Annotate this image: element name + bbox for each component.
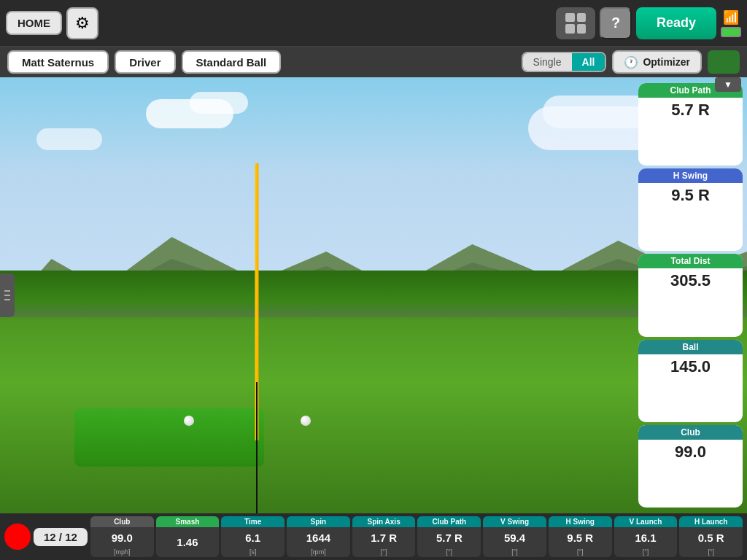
bottom-stat-smash: Smash 1.46: [156, 516, 220, 557]
ball-label: Ball: [638, 340, 743, 354]
stat-columns: Club 99.0 [mph] Smash 1.46 Time 6.1 [s] …: [90, 516, 743, 557]
top-bar: HOME ⚙ ? Ready 📶: [0, 0, 747, 47]
ball-button[interactable]: Standard Ball: [182, 50, 282, 74]
stat-col-value-1: 1.46: [177, 527, 198, 557]
golf-ball-right: [301, 416, 311, 426]
status-icons: 📶: [721, 9, 741, 37]
stat-col-header-8: V Launch: [614, 516, 678, 527]
bottom-bar: 12 / 12 Club 99.0 [mph] Smash 1.46 Time …: [0, 513, 747, 560]
stat-col-header-5: Club Path: [417, 516, 481, 527]
help-button[interactable]: ?: [600, 7, 632, 39]
view-mode-button[interactable]: [708, 50, 740, 74]
stat-col-unit-0: [mph]: [114, 548, 131, 557]
bottom-stat-spin-axis: Spin Axis 1.7 R [°]: [352, 516, 416, 557]
stat-col-value-5: 5.7 R: [436, 527, 462, 548]
single-all-toggle: Single All: [522, 52, 607, 72]
stat-col-value-9: 0.5 R: [698, 527, 724, 548]
stat-col-header-0: Club: [90, 516, 154, 527]
stat-col-value-8: 16.1: [635, 527, 656, 548]
stat-col-unit-7: [°]: [577, 548, 584, 557]
stat-col-header-1: Smash: [156, 516, 220, 527]
toggle-all-button[interactable]: All: [572, 53, 605, 71]
stat-col-value-4: 1.7 R: [371, 527, 397, 548]
speedometer-icon: 🕐: [624, 55, 638, 69]
stat-col-unit-5: [°]: [446, 548, 453, 557]
dropdown-arrow-button[interactable]: ▼: [715, 77, 741, 92]
stat-col-unit-2: [s]: [249, 548, 257, 557]
side-handle-icon: [4, 290, 10, 300]
toggle-single-button[interactable]: Single: [523, 53, 572, 71]
gear-icon: ⚙: [75, 14, 90, 33]
club-button[interactable]: Driver: [115, 50, 175, 74]
ball-card: Ball 145.0: [638, 340, 743, 422]
stat-col-value-6: 59.4: [504, 527, 525, 548]
total-dist-card: Total Dist 305.5: [638, 254, 743, 336]
club-path-card: Club Path 5.7 R: [638, 83, 743, 166]
bottom-stat-v-swing: V Swing 59.4 [°]: [483, 516, 546, 557]
stat-col-unit-8: [°]: [643, 548, 649, 557]
bottom-stat-h-swing: H Swing 9.5 R [°]: [549, 516, 612, 557]
side-handle[interactable]: [0, 273, 15, 317]
stat-col-unit-6: [°]: [511, 548, 518, 557]
stat-col-unit-9: [°]: [708, 548, 714, 557]
h-swing-label: H Swing: [638, 168, 743, 183]
ball-value: 145.0: [638, 354, 743, 379]
dropdown-arrow-container: ▼: [715, 77, 741, 92]
stat-col-value-2: 6.1: [245, 527, 260, 548]
bottom-stat-club: Club 99.0 [mph]: [90, 516, 154, 557]
shot-counter[interactable]: 12 / 12: [34, 528, 88, 546]
bottom-stat-h-launch: H Launch 0.5 R [°]: [679, 516, 743, 557]
stat-col-header-2: Time: [221, 516, 285, 527]
cloud-5: [36, 128, 102, 150]
stat-col-value-7: 9.5 R: [567, 527, 593, 548]
bottom-stat-v-launch: V Launch 16.1 [°]: [614, 516, 678, 557]
tee-mat: [74, 408, 264, 467]
gear-button[interactable]: ⚙: [66, 7, 98, 39]
main-area: Club Path 5.7 R H Swing 9.5 R Total Dist…: [0, 77, 747, 513]
club-path-value: 5.7 R: [638, 98, 743, 122]
grid-icon: [565, 13, 586, 34]
stat-col-value-3: 1644: [306, 527, 330, 548]
stat-col-header-3: Spin: [287, 516, 350, 527]
player-button[interactable]: Matt Saternus: [7, 50, 109, 74]
subtitle-bar: Matt Saternus Driver Standard Ball Singl…: [0, 47, 747, 77]
right-panel: Club Path 5.7 R H Swing 9.5 R Total Dist…: [634, 77, 747, 513]
alignment-line: [256, 382, 258, 513]
bottom-stat-club-path: Club Path 5.7 R [°]: [417, 516, 481, 557]
wifi-icon: 📶: [723, 9, 739, 26]
club-value: 99.0: [638, 440, 743, 464]
stat-col-unit-3: [rpm]: [311, 548, 326, 557]
club-label: Club: [638, 425, 743, 440]
stat-col-header-4: Spin Axis: [352, 516, 416, 527]
total-dist-label: Total Dist: [638, 254, 743, 268]
ready-button[interactable]: Ready: [636, 7, 716, 39]
stat-col-value-0: 99.0: [112, 527, 133, 548]
stat-col-header-9: H Launch: [679, 516, 743, 527]
grid-view-button[interactable]: [556, 7, 595, 39]
battery-icon: [721, 27, 741, 37]
h-swing-value: 9.5 R: [638, 183, 743, 208]
home-button[interactable]: HOME: [6, 11, 62, 35]
record-button[interactable]: [4, 524, 31, 550]
stat-col-unit-4: [°]: [381, 548, 387, 557]
cloud-2: [190, 92, 248, 114]
golf-ball-left: [184, 416, 194, 426]
bottom-stat-spin: Spin 1644 [rpm]: [287, 516, 350, 557]
club-card: Club 99.0: [638, 425, 743, 508]
stat-col-header-7: H Swing: [549, 516, 612, 527]
stat-col-header-6: V Swing: [483, 516, 546, 527]
optimizer-button[interactable]: 🕐 Optimizer: [612, 50, 702, 74]
h-swing-card: H Swing 9.5 R: [638, 168, 743, 251]
total-dist-value: 305.5: [638, 268, 743, 293]
bottom-stat-time: Time 6.1 [s]: [221, 516, 285, 557]
